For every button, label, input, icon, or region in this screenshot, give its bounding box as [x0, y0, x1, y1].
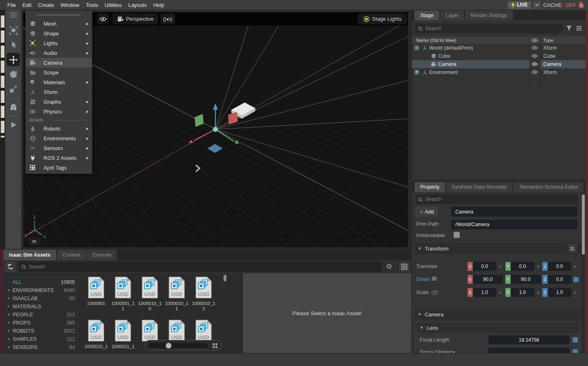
category-robots[interactable]: +ROBOTS3822: [4, 327, 79, 335]
menu-utilities[interactable]: Utilities: [101, 2, 125, 8]
menu-item-sensors[interactable]: Sensors▶: [26, 143, 92, 153]
tab-stage[interactable]: Stage: [415, 11, 439, 20]
asset-usd-file[interactable]: USD 1000010_1 1: [163, 277, 190, 312]
menu-item-robots[interactable]: Robots▶: [26, 124, 92, 133]
menu-item-april-tags[interactable]: April Tags: [26, 163, 92, 172]
prim-name-field[interactable]: Camera: [451, 207, 577, 217]
asset-usd-file[interactable]: USD 1000010_1 0: [136, 277, 163, 312]
translate-x-field[interactable]: 0.0: [473, 262, 496, 271]
tree-row-camera-selected[interactable]: Camera Camera: [412, 60, 586, 68]
select-tool[interactable]: [7, 38, 20, 52]
icon-size-slider[interactable]: [144, 340, 222, 351]
scale-y-field[interactable]: 1.0: [511, 288, 534, 297]
asset-usd-file[interactable]: USD 1000001: [83, 277, 110, 306]
stage-lights-button[interactable]: Stage Lights: [358, 13, 407, 24]
menu-item-lights[interactable]: Lights▶: [26, 38, 92, 48]
tab-property[interactable]: Property: [415, 182, 445, 192]
stage-search-input[interactable]: [425, 26, 560, 31]
name-column-header[interactable]: Name (Old to New): [416, 38, 456, 43]
unit-button[interactable]: m: [29, 237, 40, 246]
toolbar-drag-handle[interactable]: [10, 13, 17, 17]
category-environments[interactable]: +ENVIRONMENTS6040: [4, 286, 79, 294]
menu-item-shape[interactable]: Shape▶: [26, 28, 92, 38]
rotate-tool[interactable]: [7, 68, 20, 81]
assets-scrollbar-thumb[interactable]: [224, 275, 226, 281]
scrollbar-thumb[interactable]: [582, 194, 585, 255]
viewport-camera-selector[interactable]: Perspective: [112, 13, 158, 24]
category-materials[interactable]: •MATERIALS: [4, 303, 79, 311]
property-search-input[interactable]: [425, 196, 576, 202]
default-indicator[interactable]: [573, 337, 578, 342]
category-isaaclab[interactable]: +ISAACLAB60: [4, 294, 79, 303]
tab-render-settings[interactable]: Render Settings: [465, 11, 513, 20]
menu-window[interactable]: Window: [57, 2, 82, 8]
menu-item-xform[interactable]: Xform: [26, 87, 92, 97]
asset-usd-file[interactable]: USD 1000010_1 2: [190, 277, 217, 312]
list-view-button[interactable]: [399, 261, 410, 272]
tree-view-button[interactable]: [5, 261, 15, 272]
snap-tool[interactable]: [7, 100, 20, 113]
transform-axes-button[interactable]: [568, 244, 577, 253]
tree-row-environment[interactable]: + Environment Xform: [412, 68, 586, 76]
eye-icon[interactable]: [531, 70, 538, 76]
menu-item-graphs[interactable]: Graphs▶: [26, 97, 92, 107]
lens-section-header[interactable]: ▼ Lens: [416, 322, 579, 333]
menu-edit[interactable]: Edit: [19, 2, 35, 8]
menu-tearoff-handle[interactable]: [37, 15, 81, 15]
settings-gear-icon[interactable]: ⚙: [386, 262, 392, 271]
instanceable-checkbox[interactable]: [454, 232, 460, 238]
transform-section-header[interactable]: ▼ Transform: [415, 243, 583, 254]
asset-usd-file[interactable]: USD 1000001_1 1: [110, 277, 136, 312]
asset-usd-file[interactable]: USD 1000011_1: [110, 320, 136, 349]
orient-x-field[interactable]: 90.0: [473, 275, 503, 284]
select-mode-tool[interactable]: [7, 24, 20, 37]
camera-section-header[interactable]: ▼ Camera: [415, 309, 583, 320]
prim-path-field[interactable]: /World/Camera: [451, 220, 577, 229]
menu-create[interactable]: Create: [35, 2, 57, 8]
asset-usd-file[interactable]: USD 1000010_1: [83, 320, 110, 349]
live-sync-button[interactable]: LIVE: [508, 1, 531, 9]
menu-item-physics[interactable]: Physics▶: [26, 107, 92, 116]
scale-x-field[interactable]: 1.0: [473, 288, 496, 297]
translate-z-field[interactable]: 0.0: [548, 262, 571, 271]
tab-synthetic-data-recorder[interactable]: Synthetic Data Recorder: [446, 182, 513, 192]
expand-toggle[interactable]: +: [415, 70, 419, 74]
default-indicator[interactable]: [573, 349, 578, 353]
slider-track[interactable]: [149, 343, 208, 348]
viewport-visibility-button[interactable]: [97, 13, 109, 24]
category-people[interactable]: +PEOPLE312: [4, 311, 79, 319]
translate-y-field[interactable]: 0.0: [511, 262, 534, 271]
grid-view-icon[interactable]: [212, 343, 218, 349]
menu-item-mesh[interactable]: Mesh▶: [26, 19, 92, 28]
slider-thumb[interactable]: [166, 343, 171, 349]
property-scrollbar[interactable]: [582, 194, 585, 352]
menu-layouts[interactable]: Layouts: [125, 2, 150, 8]
viewport-render-mode-button[interactable]: ((●)): [160, 13, 175, 24]
orient-y-field[interactable]: 90.0: [511, 275, 541, 284]
move-tool[interactable]: [7, 53, 20, 66]
default-indicator[interactable]: [573, 277, 579, 282]
tab-layer[interactable]: Layer: [440, 11, 464, 20]
assets-search[interactable]: [19, 262, 382, 272]
menu-help[interactable]: Help: [150, 2, 167, 8]
tab-content[interactable]: Content: [57, 250, 86, 260]
orient-z-field[interactable]: 0.0: [548, 275, 571, 284]
cache-document-icon[interactable]: [579, 2, 584, 8]
add-property-button[interactable]: + Add: [415, 207, 438, 217]
menu-tools[interactable]: Tools: [83, 2, 101, 8]
category-sensors[interactable]: +SENSORS64: [4, 343, 79, 351]
tab-console[interactable]: Console: [87, 250, 117, 260]
menu-item-environments[interactable]: Environments▶: [26, 133, 92, 143]
tab-semantics-schema-editor[interactable]: Semantics Schema Editor: [513, 182, 584, 192]
scale-link-icon[interactable]: [432, 290, 438, 297]
menu-item-scope[interactable]: Scope: [26, 68, 92, 77]
options-menu-icon[interactable]: [576, 25, 582, 33]
assets-search-input[interactable]: [29, 264, 380, 270]
type-column-header[interactable]: Type: [543, 38, 553, 43]
property-search[interactable]: [415, 194, 578, 204]
menu-item-audio[interactable]: Audio▶: [26, 48, 92, 58]
eye-icon[interactable]: [531, 54, 538, 59]
menu-item-ros2-assets[interactable]: ROS 2 Assets▶: [26, 153, 92, 163]
focus-distance-field[interactable]: [488, 348, 570, 353]
filter-icon[interactable]: [566, 25, 572, 33]
